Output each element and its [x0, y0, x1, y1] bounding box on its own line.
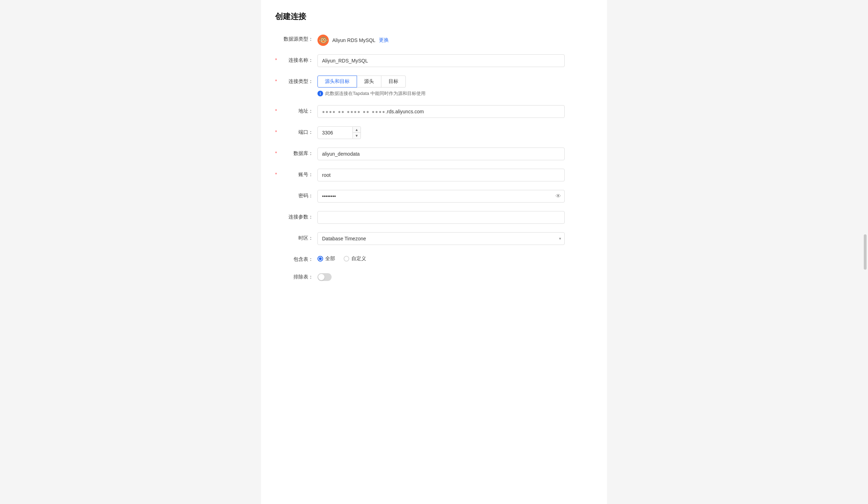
include-custom-radio[interactable]: 自定义: [344, 256, 366, 262]
connection-name-content: [317, 54, 565, 67]
include-tables-radio-group: 全部 自定义: [317, 253, 565, 262]
main-form-container: 创建连接 数据源类型： 🐵 Aliyun RDS MySQL 更换 连接名称： …: [261, 0, 607, 504]
include-all-radio[interactable]: 全部: [317, 256, 335, 262]
password-input[interactable]: [317, 190, 565, 203]
timezone-content: Database Timezone UTC Asia/Shanghai ▾: [317, 232, 565, 245]
port-increment-btn[interactable]: ▲: [353, 127, 361, 133]
datasource-type-display: 🐵 Aliyun RDS MySQL 更换: [317, 33, 565, 46]
password-label: 密码：: [275, 190, 317, 199]
address-row: 地址： ●●●● ●● ●●●● ●● ●●●●.rds.aliyuncs.co…: [275, 105, 593, 118]
conn-type-btn-source[interactable]: 源头: [357, 76, 381, 88]
database-input[interactable]: [317, 148, 565, 160]
timezone-select-wrapper: Database Timezone UTC Asia/Shanghai ▾: [317, 232, 565, 245]
database-label: 数据库：: [275, 148, 317, 157]
timezone-row: 时区： Database Timezone UTC Asia/Shanghai …: [275, 232, 593, 245]
address-content: ●●●● ●● ●●●● ●● ●●●●.rds.aliyuncs.com: [317, 105, 565, 118]
password-row: 密码： 👁: [275, 190, 593, 203]
exclude-tables-label: 排除表：: [275, 271, 317, 280]
port-input[interactable]: [317, 126, 353, 139]
connection-type-label: 连接类型：: [275, 76, 317, 85]
eye-icon[interactable]: 👁: [555, 193, 561, 199]
page-title: 创建连接: [275, 11, 593, 22]
account-label: 账号：: [275, 169, 317, 178]
connection-type-hint: i 此数据连接在Tapdata 中能同时作为源和目标使用: [317, 90, 565, 97]
include-tables-label: 包含表：: [275, 253, 317, 263]
database-row: 数据库：: [275, 148, 593, 160]
port-wrapper: ▲ ▼: [317, 126, 565, 139]
change-link[interactable]: 更换: [379, 37, 389, 43]
conn-type-btn-source-target[interactable]: 源头和目标: [317, 76, 357, 88]
db-icon: 🐵: [317, 35, 329, 46]
include-tables-content: 全部 自定义: [317, 253, 565, 262]
conn-params-row: 连接参数：: [275, 211, 593, 224]
datasource-type-label: 数据源类型：: [275, 33, 317, 42]
conn-type-btn-target[interactable]: 目标: [381, 76, 406, 88]
exclude-tables-row: 排除表：: [275, 271, 593, 281]
connection-name-label: 连接名称：: [275, 54, 317, 64]
password-wrapper: 👁: [317, 190, 565, 203]
exclude-tables-toggle[interactable]: [317, 273, 332, 281]
db-name-text: Aliyun RDS MySQL: [332, 37, 375, 43]
connection-type-content: 源头和目标 源头 目标 i 此数据连接在Tapdata 中能同时作为源和目标使用: [317, 76, 565, 97]
include-all-radio-label: 全部: [325, 256, 335, 262]
include-tables-row: 包含表： 全部 自定义: [275, 253, 593, 263]
port-row: 端口： ▲ ▼: [275, 126, 593, 139]
hint-text: 此数据连接在Tapdata 中能同时作为源和目标使用: [325, 90, 426, 97]
datasource-type-row: 数据源类型： 🐵 Aliyun RDS MySQL 更换: [275, 33, 593, 46]
conn-params-label: 连接参数：: [275, 211, 317, 220]
port-content: ▲ ▼: [317, 126, 565, 139]
timezone-select[interactable]: Database Timezone UTC Asia/Shanghai: [317, 232, 565, 245]
datasource-type-content: 🐵 Aliyun RDS MySQL 更换: [317, 33, 565, 46]
timezone-label: 时区：: [275, 232, 317, 241]
toggle-knob: [318, 274, 325, 280]
include-custom-radio-label: 自定义: [351, 256, 366, 262]
conn-params-content: [317, 211, 565, 224]
conn-params-input[interactable]: [317, 211, 565, 224]
address-label: 地址：: [275, 105, 317, 114]
info-icon: i: [317, 91, 323, 96]
include-all-radio-circle: [317, 256, 323, 262]
address-suffix: .rds.aliyuncs.com: [386, 109, 424, 114]
account-row: 账号：: [275, 169, 593, 181]
right-panel: [783, 0, 868, 504]
include-all-radio-dot: [319, 257, 322, 260]
connection-name-input[interactable]: [317, 54, 565, 67]
scrollbar[interactable]: [864, 234, 867, 270]
connection-name-row: 连接名称：: [275, 54, 593, 67]
database-content: [317, 148, 565, 160]
password-content: 👁: [317, 190, 565, 203]
include-custom-radio-circle: [344, 256, 349, 262]
account-input[interactable]: [317, 169, 565, 181]
port-label: 端口：: [275, 126, 317, 136]
exclude-tables-content: [317, 271, 565, 281]
address-blurred: ●●●● ●● ●●●● ●● ●●●●: [322, 109, 386, 114]
address-display[interactable]: ●●●● ●● ●●●● ●● ●●●●.rds.aliyuncs.com: [317, 105, 565, 118]
account-content: [317, 169, 565, 181]
port-decrement-btn[interactable]: ▼: [353, 133, 361, 139]
connection-type-row: 连接类型： 源头和目标 源头 目标 i 此数据连接在Tapdata 中能同时作为…: [275, 76, 593, 97]
port-spinners: ▲ ▼: [353, 126, 361, 139]
connection-type-group: 源头和目标 源头 目标: [317, 76, 565, 88]
